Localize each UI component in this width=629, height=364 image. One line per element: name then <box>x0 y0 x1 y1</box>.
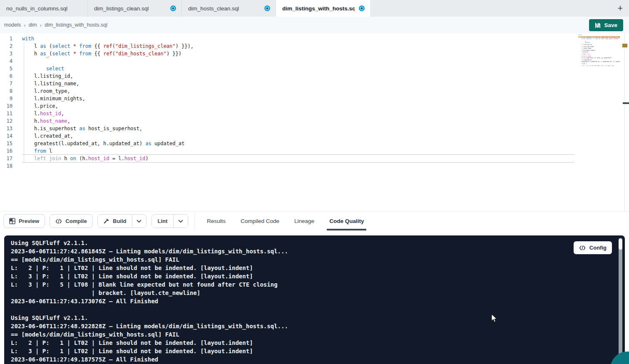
code-text: l.listing_name, <box>578 46 594 47</box>
modified-dot-icon[interactable] <box>264 5 270 11</box>
line-number: 13 <box>0 125 12 132</box>
scrollbar-thumb[interactable] <box>619 239 622 250</box>
code-text: from l <box>578 63 587 64</box>
code-text: h as (select * from {{ ref("dim_hosts_cl… <box>578 38 620 40</box>
code-text: with <box>22 35 34 42</box>
save-button[interactable]: Save <box>589 19 623 31</box>
code-text: l.created_at, <box>578 59 593 61</box>
code-line <box>578 67 620 69</box>
line-number: 11 <box>0 110 12 117</box>
lint-button-group: Lint <box>152 214 188 228</box>
lint-label: Lint <box>157 218 167 224</box>
code-line[interactable]: 16 from l <box>0 147 574 155</box>
code-editor[interactable]: 1with2 l as (select * from {{ ref("dim_l… <box>0 33 629 211</box>
build-button-group: Build <box>97 214 147 228</box>
tab-no-nulls-in-columns[interactable]: no_nulls_in_columns.sql <box>0 0 88 17</box>
line-number: 16 <box>0 147 12 155</box>
lint-dropdown-button[interactable] <box>173 215 188 228</box>
tab-lineage[interactable]: Lineage <box>294 212 314 230</box>
table-icon <box>9 218 15 224</box>
warning-mark[interactable] <box>622 44 627 47</box>
code-text: l.minimum_nights, <box>578 50 596 51</box>
chevron-right-icon: › <box>24 22 25 28</box>
modified-dot-icon[interactable] <box>170 5 176 11</box>
line-number: 9 <box>0 95 12 102</box>
tab-dim-listings-with-hosts[interactable]: dim_listings_with_hosts.sql <box>276 0 370 17</box>
code-text: left join h on (h.host_id = l.host_id) <box>22 155 148 162</box>
lint-button[interactable]: Lint <box>152 215 173 228</box>
code-line[interactable]: 18 <box>0 162 574 170</box>
chevron-down-icon <box>137 220 142 223</box>
tab-results[interactable]: Results <box>207 212 226 230</box>
code-line[interactable]: 14 l.created_at, <box>0 132 574 140</box>
code-line[interactable]: 15 greatest(l.updated_at, h.updated_at) … <box>0 140 574 147</box>
code-icon <box>579 245 586 250</box>
editor-lines: 1with2 l as (select * from {{ ref("dim_l… <box>0 35 574 170</box>
code-text: l.minimum_nights, <box>22 95 85 102</box>
code-line[interactable]: 5 select <box>0 65 574 72</box>
toolbar-divider <box>194 212 195 230</box>
new-tab-button[interactable]: + <box>614 2 627 15</box>
code-line[interactable]: 7 l.listing_name, <box>0 80 574 87</box>
config-button[interactable]: Config <box>574 241 612 254</box>
line-number: 12 <box>0 117 12 125</box>
line-number: 15 <box>0 140 12 147</box>
code-text: l.listing_id, <box>22 72 73 80</box>
code-line[interactable]: 6 l.listing_id, <box>0 72 574 80</box>
code-line[interactable]: 4 <box>0 57 574 65</box>
code-line[interactable]: 8 l.room_type, <box>0 87 574 95</box>
tab-label: dim_listings_clean.sql <box>94 5 149 12</box>
editor-tab-bar: no_nulls_in_columns.sql dim_listings_cle… <box>0 0 629 17</box>
code-text: left join h on (h.host_id = l.host_id) <box>578 65 614 67</box>
breadcrumb-bar: models › dim › dim_listings_with_hosts.s… <box>0 17 629 33</box>
compile-button[interactable]: Compile <box>50 214 93 228</box>
code-line[interactable]: 13 h.is_superhost as host_is_superhost, <box>0 125 574 132</box>
code-text: h.is_superhost as host_is_superhost, <box>22 125 142 132</box>
scroll-position-mark[interactable] <box>623 102 629 104</box>
terminal-scrollbar[interactable] <box>619 238 622 362</box>
line-number: 14 <box>0 132 12 140</box>
compile-label: Compile <box>65 218 87 224</box>
minimap-content: with l as (select * from {{ ref("dim_lis… <box>578 34 620 69</box>
line-number: 18 <box>0 162 12 170</box>
chevron-right-icon: › <box>40 22 42 28</box>
code-text: l.room_type, <box>578 47 592 49</box>
code-line[interactable]: 3 h as (select * from {{ ref("dim_hosts_… <box>0 50 574 57</box>
terminal-log: Using SQLFluff v2.1.1. 2023-06-06T11:27:… <box>11 239 288 364</box>
breadcrumb-segment: models <box>4 22 21 28</box>
terminal-output: Using SQLFluff v2.1.1. 2023-06-06T11:27:… <box>4 235 625 364</box>
code-line[interactable]: 17 left join h on (h.host_id = l.host_id… <box>0 155 574 162</box>
code-line[interactable]: 11 l.host_id, <box>0 110 574 117</box>
build-dropdown-button[interactable] <box>132 215 146 228</box>
config-label: Config <box>589 245 607 251</box>
code-line[interactable]: 12 h.host_name, <box>0 117 574 125</box>
code-line[interactable]: 9 l.minimum_nights, <box>0 95 574 102</box>
tab-label: no_nulls_in_columns.sql <box>6 5 67 12</box>
code-icon <box>55 219 62 224</box>
code-line[interactable]: 10 l.price, <box>0 102 574 110</box>
line-number: 3 <box>0 50 12 57</box>
tab-code-quality[interactable]: Code Quality <box>329 212 364 230</box>
build-label: Build <box>113 218 127 224</box>
modified-dot-icon[interactable] <box>359 5 365 11</box>
code-text: select <box>22 65 64 72</box>
tab-dim-hosts-clean[interactable]: dim_hosts_clean.sql <box>182 0 276 17</box>
code-text: select <box>578 42 590 43</box>
line-number: 6 <box>0 72 12 80</box>
preview-button[interactable]: Preview <box>3 214 45 228</box>
code-line[interactable]: 2 l as (select * from {{ ref("dim_listin… <box>0 42 574 50</box>
line-number: 8 <box>0 87 12 95</box>
minimap[interactable]: with l as (select * from {{ ref("dim_lis… <box>578 34 620 88</box>
code-text: l as (select * from {{ ref("dim_listings… <box>578 36 620 38</box>
code-text: l as (select * from {{ ref("dim_listings… <box>22 42 194 50</box>
code-text: from l <box>22 147 52 155</box>
tab-dim-listings-clean[interactable]: dim_listings_clean.sql <box>88 0 182 17</box>
code-text: l.price, <box>22 102 58 110</box>
code-line[interactable]: 1with <box>0 35 574 42</box>
tab-label: dim_hosts_clean.sql <box>188 5 239 12</box>
code-text: h.host_name, <box>578 55 592 57</box>
line-number: 1 <box>0 35 12 42</box>
build-button[interactable]: Build <box>98 215 132 228</box>
tab-compiled-code[interactable]: Compiled Code <box>241 212 279 230</box>
breadcrumb-segment: dim_listings_with_hosts.sql <box>45 22 107 28</box>
